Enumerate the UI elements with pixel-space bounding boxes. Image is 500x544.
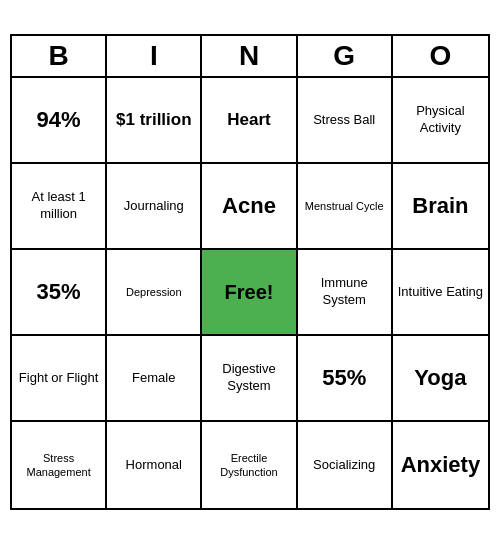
bingo-cell-10: 35% [12, 250, 107, 336]
bingo-cell-13: Immune System [298, 250, 393, 336]
bingo-cell-16: Female [107, 336, 202, 422]
bingo-cell-5: At least 1 million [12, 164, 107, 250]
bingo-cell-20: Stress Management [12, 422, 107, 508]
bingo-cell-14: Intuitive Eating [393, 250, 488, 336]
header-letter-g: G [298, 36, 393, 76]
bingo-cell-24: Anxiety [393, 422, 488, 508]
bingo-cell-21: Hormonal [107, 422, 202, 508]
bingo-cell-22: Erectile Dysfunction [202, 422, 297, 508]
bingo-cell-4: Physical Activity [393, 78, 488, 164]
bingo-cell-9: Brain [393, 164, 488, 250]
bingo-cell-19: Yoga [393, 336, 488, 422]
header-letter-b: B [12, 36, 107, 76]
bingo-cell-0: 94% [12, 78, 107, 164]
bingo-cell-11: Depression [107, 250, 202, 336]
bingo-cell-1: $1 trillion [107, 78, 202, 164]
bingo-cell-2: Heart [202, 78, 297, 164]
bingo-cell-23: Socializing [298, 422, 393, 508]
bingo-cell-17: Digestive System [202, 336, 297, 422]
bingo-header: BINGO [12, 36, 488, 78]
header-letter-n: N [202, 36, 297, 76]
bingo-cell-3: Stress Ball [298, 78, 393, 164]
bingo-cell-7: Acne [202, 164, 297, 250]
bingo-card: BINGO 94%$1 trillionHeartStress BallPhys… [10, 34, 490, 510]
bingo-cell-12: Free! [202, 250, 297, 336]
bingo-cell-15: Fight or Flight [12, 336, 107, 422]
bingo-cell-8: Menstrual Cycle [298, 164, 393, 250]
bingo-cell-6: Journaling [107, 164, 202, 250]
bingo-grid: 94%$1 trillionHeartStress BallPhysical A… [12, 78, 488, 508]
header-letter-i: I [107, 36, 202, 76]
header-letter-o: O [393, 36, 488, 76]
bingo-cell-18: 55% [298, 336, 393, 422]
